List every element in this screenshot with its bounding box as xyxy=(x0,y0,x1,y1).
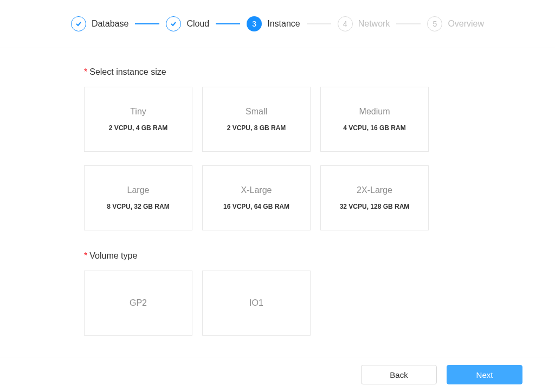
check-icon xyxy=(71,16,86,31)
main-content: *Select instance size Tiny 2 VCPU, 4 GB … xyxy=(0,48,555,336)
instance-size-option-2xlarge[interactable]: 2X-Large 32 VCPU, 128 GB RAM xyxy=(320,165,429,230)
instance-size-label: *Select instance size xyxy=(84,67,471,77)
step-overview[interactable]: 5 Overview xyxy=(427,16,484,31)
card-title: GP2 xyxy=(130,298,147,308)
step-instance[interactable]: 3 Instance xyxy=(247,16,300,31)
step-label: Overview xyxy=(448,19,484,29)
step-label: Instance xyxy=(267,19,300,29)
card-spec: 32 VCPU, 128 GB RAM xyxy=(340,203,410,210)
volume-type-label: *Volume type xyxy=(84,251,471,261)
step-database[interactable]: Database xyxy=(71,16,129,31)
step-label: Database xyxy=(92,19,129,29)
instance-size-option-tiny[interactable]: Tiny 2 VCPU, 4 GB RAM xyxy=(84,87,192,152)
step-cloud[interactable]: Cloud xyxy=(166,16,209,31)
volume-type-option-io1[interactable]: IO1 xyxy=(202,271,311,336)
step-connector xyxy=(396,23,421,24)
card-spec: 2 VCPU, 8 GB RAM xyxy=(227,124,286,132)
check-icon xyxy=(166,16,181,31)
step-network[interactable]: 4 Network xyxy=(338,16,390,31)
card-title: IO1 xyxy=(249,298,263,308)
back-button[interactable]: Back xyxy=(361,365,437,384)
card-title: 2X-Large xyxy=(357,185,392,195)
card-title: Large xyxy=(127,185,150,195)
step-connector xyxy=(135,23,159,24)
card-spec: 16 VCPU, 64 GB RAM xyxy=(223,203,289,210)
step-label: Network xyxy=(358,19,390,29)
section-label-text: Select instance size xyxy=(89,67,166,76)
section-label-text: Volume type xyxy=(89,251,137,260)
card-title: Medium xyxy=(359,107,390,117)
required-asterisk: * xyxy=(84,67,87,76)
card-title: Small xyxy=(246,107,267,117)
step-number: 4 xyxy=(338,16,353,31)
card-spec: 2 VCPU, 4 GB RAM xyxy=(109,124,168,132)
instance-size-option-medium[interactable]: Medium 4 VCPU, 16 GB RAM xyxy=(320,87,429,152)
card-title: Tiny xyxy=(130,107,146,117)
required-asterisk: * xyxy=(84,251,87,260)
volume-type-grid: GP2 IO1 xyxy=(84,271,471,336)
instance-size-option-small[interactable]: Small 2 VCPU, 8 GB RAM xyxy=(202,87,311,152)
card-spec: 4 VCPU, 16 GB RAM xyxy=(343,124,405,132)
instance-size-option-xlarge[interactable]: X-Large 16 VCPU, 64 GB RAM xyxy=(202,165,311,230)
card-spec: 8 VCPU, 32 GB RAM xyxy=(107,203,169,210)
step-connector xyxy=(216,23,240,24)
step-number: 5 xyxy=(427,16,442,31)
instance-size-option-large[interactable]: Large 8 VCPU, 32 GB RAM xyxy=(84,165,192,230)
instance-size-grid: Tiny 2 VCPU, 4 GB RAM Small 2 VCPU, 8 GB… xyxy=(84,87,471,230)
wizard-footer: Back Next xyxy=(0,357,555,392)
volume-type-option-gp2[interactable]: GP2 xyxy=(84,271,192,336)
step-label: Cloud xyxy=(186,19,209,29)
next-button[interactable]: Next xyxy=(447,365,522,384)
wizard-stepper: Database Cloud 3 Instance 4 Network 5 Ov… xyxy=(0,0,555,48)
card-title: X-Large xyxy=(241,185,272,195)
step-number: 3 xyxy=(247,16,262,31)
step-connector xyxy=(307,23,331,24)
